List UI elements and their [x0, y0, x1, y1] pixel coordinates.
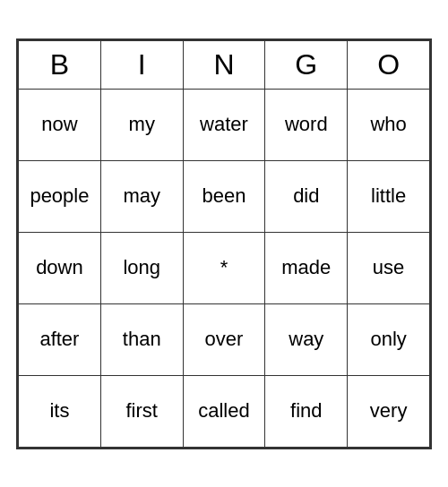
header-b: B: [19, 40, 101, 89]
header-g: G: [265, 40, 348, 89]
table-cell: use: [348, 232, 430, 303]
table-row: downlong*madeuse: [19, 232, 430, 303]
table-cell: over: [183, 303, 265, 375]
bingo-table: B I N G O nowmywaterwordwhopeoplemaybeen…: [18, 40, 430, 448]
table-cell: first: [100, 375, 183, 447]
table-cell: *: [183, 232, 265, 303]
table-cell: been: [183, 160, 265, 232]
header-i: I: [100, 40, 183, 89]
table-cell: only: [348, 303, 430, 375]
table-cell: down: [19, 232, 101, 303]
table-cell: may: [100, 160, 183, 232]
table-cell: long: [100, 232, 183, 303]
table-row: itsfirstcalledfindvery: [19, 375, 430, 447]
bingo-body: nowmywaterwordwhopeoplemaybeendidlittled…: [19, 89, 430, 447]
bingo-card: B I N G O nowmywaterwordwhopeoplemaybeen…: [16, 38, 432, 449]
header-o: O: [348, 40, 430, 89]
table-cell: who: [348, 89, 430, 160]
table-cell: word: [265, 89, 348, 160]
table-cell: made: [265, 232, 348, 303]
table-cell: now: [19, 89, 101, 160]
table-cell: than: [100, 303, 183, 375]
table-cell: water: [183, 89, 265, 160]
table-cell: very: [348, 375, 430, 447]
table-cell: find: [265, 375, 348, 447]
table-row: peoplemaybeendidlittle: [19, 160, 430, 232]
table-cell: called: [183, 375, 265, 447]
table-cell: after: [19, 303, 101, 375]
table-row: nowmywaterwordwho: [19, 89, 430, 160]
table-row: afterthanoverwayonly: [19, 303, 430, 375]
table-cell: my: [100, 89, 183, 160]
header-n: N: [183, 40, 265, 89]
table-cell: little: [348, 160, 430, 232]
table-cell: people: [19, 160, 101, 232]
table-cell: its: [19, 375, 101, 447]
header-row: B I N G O: [19, 40, 430, 89]
table-cell: way: [265, 303, 348, 375]
table-cell: did: [265, 160, 348, 232]
